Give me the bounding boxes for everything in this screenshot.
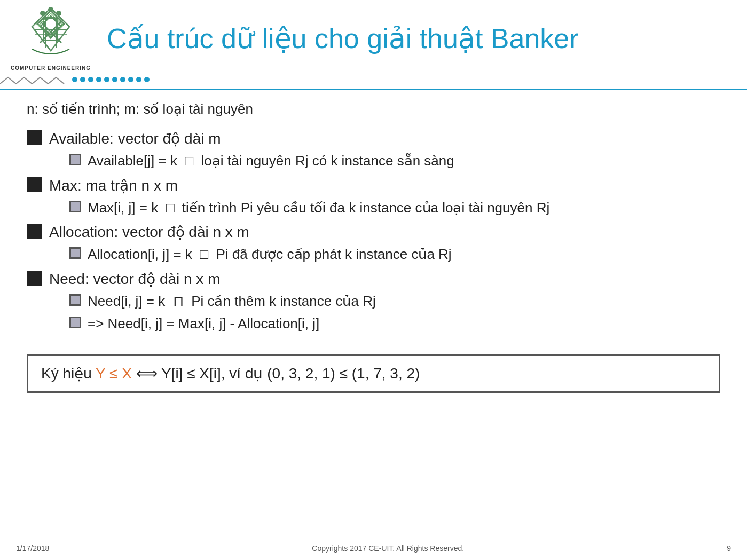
svg-point-15 xyxy=(120,77,125,82)
svg-point-6 xyxy=(40,11,45,16)
sub-bullet-icon xyxy=(69,247,81,259)
bottom-text-middle: ⟺ Y[i] ≤ X[i], ví dụ (0, 3, 2, 1) ≤ (1, … xyxy=(132,365,420,382)
svg-point-9 xyxy=(72,77,77,82)
list-item: Max: ma trận n x m Max[i, j] = k □ tiến … xyxy=(27,175,720,218)
page-title: Cấu trúc dữ liệu cho giải thuật Banker xyxy=(107,22,736,55)
divider xyxy=(0,74,747,90)
svg-point-13 xyxy=(104,77,109,82)
bottom-highlight-box: Ký hiệu Y ≤ X ⟺ Y[i] ≤ X[i], ví dụ (0, 3… xyxy=(27,354,720,393)
main-bullet-icon xyxy=(27,130,42,145)
section-list: Available: vector độ dài m Available[j] … xyxy=(27,128,720,334)
logo-text: COMPUTER ENGINEERING xyxy=(11,65,91,72)
svg-point-8 xyxy=(56,11,61,16)
footer-page: 9 xyxy=(727,544,731,553)
main-bullet-row: Available: vector độ dài m xyxy=(27,128,720,149)
main-bullet-row: Max: ma trận n x m xyxy=(27,175,720,196)
main-bullet-icon xyxy=(27,177,42,192)
sub-label: Available[j] = k □ loại tài nguyên Rj có… xyxy=(88,151,454,170)
sub-bullet-row: Allocation[i, j] = k □ Pi đã được cấp ph… xyxy=(69,244,720,264)
bottom-highlight-y-le-x: Y ≤ X xyxy=(96,365,132,382)
sub-label: Max[i, j] = k □ tiến trình Pi yêu cầu tố… xyxy=(88,198,549,217)
svg-point-12 xyxy=(96,77,101,82)
intro-text: n: số tiến trình; m: số loại tài nguyên xyxy=(27,101,720,117)
svg-point-16 xyxy=(128,77,133,82)
sub-label: Need[i, j] = k ⊓ Pi cần thêm k instance … xyxy=(88,291,376,311)
list-item: Allocation: vector độ dài n x m Allocati… xyxy=(27,222,720,264)
footer: 1/17/2018 Copyrights 2017 CE-UIT. All Ri… xyxy=(0,544,747,553)
main-content: n: số tiến trình; m: số loại tài nguyên … xyxy=(0,90,747,343)
sub-label: => Need[i, j] = Max[i, j] - Allocation[i… xyxy=(88,314,319,333)
main-label: Need: vector độ dài n x m xyxy=(49,269,220,289)
sub-items: Allocation[i, j] = k □ Pi đã được cấp ph… xyxy=(69,244,720,264)
svg-point-14 xyxy=(112,77,117,82)
sub-items: Available[j] = k □ loại tài nguyên Rj có… xyxy=(69,151,720,170)
sub-bullet-row: => Need[i, j] = Max[i, j] - Allocation[i… xyxy=(69,314,720,333)
main-bullet-row: Allocation: vector độ dài n x m xyxy=(27,222,720,242)
svg-point-7 xyxy=(48,7,53,12)
main-label: Allocation: vector độ dài n x m xyxy=(49,222,249,242)
footer-copyright: Copyrights 2017 CE-UIT. All Rights Reser… xyxy=(312,544,464,553)
sub-bullet-row: Need[i, j] = k ⊓ Pi cần thêm k instance … xyxy=(69,291,720,311)
sub-items: Need[i, j] = k ⊓ Pi cần thêm k instance … xyxy=(69,291,720,334)
list-item: Need: vector độ dài n x m Need[i, j] = k… xyxy=(27,269,720,334)
main-label: Available: vector độ dài m xyxy=(49,128,221,149)
sub-bullet-row: Max[i, j] = k □ tiến trình Pi yêu cầu tố… xyxy=(69,198,720,217)
svg-point-17 xyxy=(136,77,141,82)
sub-bullet-icon xyxy=(69,154,81,165)
main-bullet-row: Need: vector độ dài n x m xyxy=(27,269,720,289)
sub-bullet-icon xyxy=(69,294,81,306)
sub-items: Max[i, j] = k □ tiến trình Pi yêu cầu tố… xyxy=(69,198,720,217)
main-label: Max: ma trận n x m xyxy=(49,175,178,196)
bottom-text-before: Ký hiệu xyxy=(41,365,96,382)
sub-label: Allocation[i, j] = k □ Pi đã được cấp ph… xyxy=(88,244,452,264)
sub-bullet-row: Available[j] = k □ loại tài nguyên Rj có… xyxy=(69,151,720,170)
sub-bullet-icon xyxy=(69,317,81,328)
header: COMPUTER ENGINEERING Cấu trúc dữ liệu ch… xyxy=(0,0,747,72)
sub-bullet-icon xyxy=(69,201,81,212)
main-bullet-icon xyxy=(27,224,42,239)
logo-area: COMPUTER ENGINEERING xyxy=(5,5,96,72)
wave-decoration xyxy=(0,73,150,89)
main-bullet-icon xyxy=(27,271,42,286)
list-item: Available: vector độ dài m Available[j] … xyxy=(27,128,720,171)
logo-icon xyxy=(21,5,80,64)
footer-date: 1/17/2018 xyxy=(16,544,49,553)
svg-point-10 xyxy=(80,77,85,82)
svg-point-18 xyxy=(144,77,150,82)
svg-point-11 xyxy=(88,77,93,82)
